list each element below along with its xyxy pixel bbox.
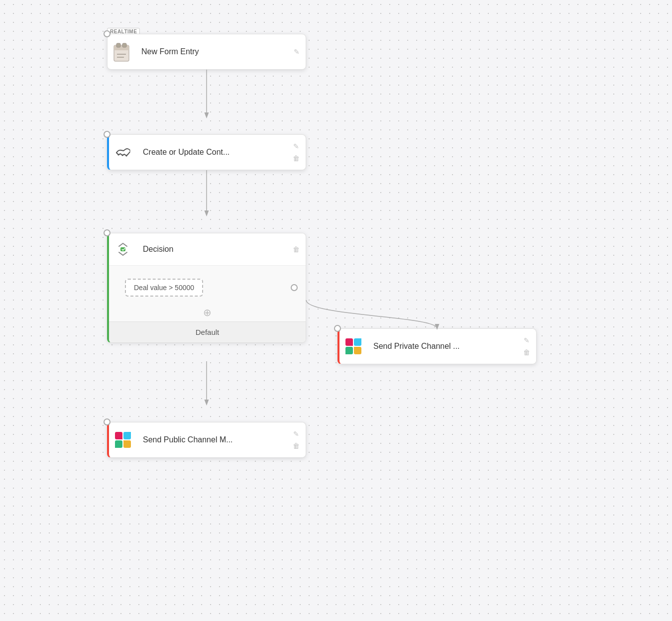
action1-label: Create or Update Cont... [137,148,287,157]
svg-point-9 [118,154,119,156]
decision-label: Decision [137,237,287,262]
send-public-node[interactable]: Send Public Channel M... ✎ 🗑 [107,422,306,458]
form-icon [108,38,135,66]
send-private-delete-button[interactable]: 🗑 [522,348,531,357]
trigger-actions: ✎ [288,43,306,60]
decision-delete-button[interactable]: 🗑 [292,245,301,254]
condition-right-connector [291,284,298,291]
send-public-delete-button[interactable]: 🗑 [292,441,301,450]
handshake-icon [109,138,137,166]
send-public-label: Send Public Channel M... [137,435,287,444]
decision-bottom-connector [104,229,111,236]
trigger-node[interactable]: New Form Entry ✎ [107,34,306,70]
send-public-actions: ✎ 🗑 [287,425,306,454]
send-private-actions: ✎ 🗑 [517,332,536,361]
action1-actions: ✎ 🗑 [287,138,306,167]
decision-icon [109,233,137,265]
action1-edit-button[interactable]: ✎ [292,142,301,151]
trigger-edit-button[interactable]: ✎ [293,47,301,56]
decision-header: Decision 🗑 [109,233,306,266]
send-private-node[interactable]: Send Private Channel ... ✎ 🗑 [337,328,537,364]
svg-rect-12 [120,247,125,251]
decision-condition-row: Deal value > 50000 [109,266,306,304]
send-private-bottom-connector [334,325,341,332]
send-private-label: Send Private Channel ... [367,342,517,351]
send-private-edit-button[interactable]: ✎ [522,336,531,345]
decision-default: Default [109,321,306,342]
svg-rect-5 [116,43,120,47]
send-public-edit-button[interactable]: ✎ [292,429,301,438]
add-icon: ⊕ [203,307,212,318]
action1-bottom-connector [104,131,111,138]
trigger-bottom-connector [104,30,111,37]
action1-delete-button[interactable]: 🗑 [292,154,301,163]
svg-rect-6 [122,43,126,47]
send-public-bottom-connector [104,418,111,425]
trigger-label: New Form Entry [135,47,288,56]
slack-public-icon [109,426,137,454]
decision-block[interactable]: Decision 🗑 Deal value > 50000 ⊕ Default [107,233,306,343]
slack-private-icon [339,332,367,360]
svg-point-10 [122,155,123,156]
decision-add-button[interactable]: ⊕ [109,304,306,321]
decision-header-actions: 🗑 [287,241,306,258]
svg-point-11 [126,155,127,157]
decision-condition[interactable]: Deal value > 50000 [125,279,203,297]
action1-node[interactable]: Create or Update Cont... ✎ 🗑 [107,134,306,170]
